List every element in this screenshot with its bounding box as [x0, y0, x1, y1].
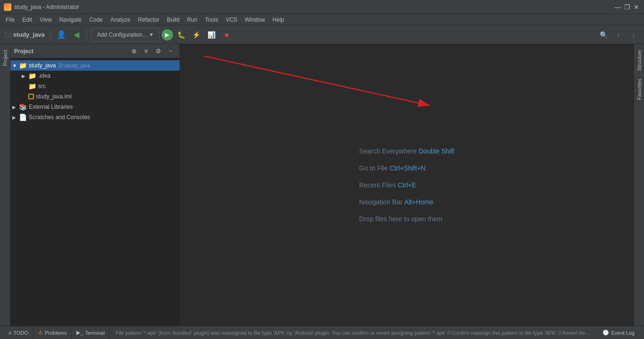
menu-bar: FileEditViewNavigateCodeAnalyzeRefactorB…: [0, 14, 644, 25]
todo-tab[interactable]: ≡ TODO: [4, 326, 33, 339]
app-icon: [4, 3, 11, 11]
collapse-button[interactable]: ≡: [141, 46, 151, 56]
idea-name: .idea: [38, 73, 50, 79]
study-java-name: study_java: [29, 62, 56, 69]
problems-tab[interactable]: ⚠ Problems: [33, 326, 72, 339]
arrow-ext-libs: ▶: [12, 105, 19, 110]
terminal-icon: ▶_: [76, 330, 83, 336]
folder-icon-src: 📁: [28, 82, 36, 90]
panel-hide-button[interactable]: −: [165, 46, 176, 56]
todo-icon: ≡: [8, 330, 11, 336]
locate-button[interactable]: ⊕: [129, 46, 139, 56]
svg-line-1: [204, 56, 430, 105]
window-title: study_java - Administrator: [14, 4, 614, 10]
event-log-label: Event Log: [611, 330, 635, 336]
hint-search-key: Double Shift: [419, 147, 454, 155]
iml-name: study_java.iml: [36, 93, 72, 100]
left-tab-bar: Project: [0, 44, 10, 326]
hint-recent-key: Ctrl+E: [398, 181, 416, 189]
panel-settings-button[interactable]: ⚙: [153, 46, 164, 56]
window-controls: — ❐ ✕: [614, 3, 640, 11]
problems-label: Problems: [45, 330, 66, 336]
hint-goto-key: Ctrl+Shift+N: [389, 164, 425, 172]
toolbar-right-group: 🔍 ↑ ↓: [597, 28, 640, 41]
maximize-button[interactable]: ❐: [623, 3, 631, 11]
toolbar: ⬛ study_java 👤 ◀ Add Configuration... ▼ …: [0, 25, 644, 44]
toolbar-separator-1: [50, 29, 51, 40]
debug-button[interactable]: 🐛: [175, 28, 188, 41]
favorites-tab[interactable]: Favorites: [635, 75, 644, 104]
file-tree: ▼ 📁 study_java D:\study_java ▶ 📁 .idea 📁…: [10, 58, 180, 326]
profile-button[interactable]: 👤: [55, 28, 68, 41]
ext-libs-icon: 📚: [19, 103, 27, 111]
terminal-label: Terminal: [85, 330, 105, 336]
editor-hints-container: Search Everywhere Double Shift Go to Fil…: [359, 147, 454, 223]
close-button[interactable]: ✕: [633, 3, 640, 11]
structure-tab[interactable]: Structure: [635, 46, 644, 75]
tree-item-idea[interactable]: ▶ 📁 .idea: [10, 71, 180, 81]
profile-run-button[interactable]: 📊: [205, 28, 218, 41]
hint-search-text: Search Everywhere: [359, 147, 419, 155]
hint-recent-files: Recent Files Ctrl+E: [359, 181, 416, 189]
right-tab-bar: Structure Favorites: [634, 44, 644, 326]
add-configuration-button[interactable]: Add Configuration... ▼: [91, 28, 160, 41]
hint-nav-bar: Navigation Bar Alt+Home: [359, 198, 434, 206]
folder-icon-study-java: 📁: [19, 62, 27, 69]
tree-item-ext-libs[interactable]: ▶ 📚 External Libraries: [10, 102, 180, 112]
tree-item-scratches[interactable]: ▶ 📄 Scratches and Consoles: [10, 112, 180, 122]
menu-item-tools[interactable]: Tools: [201, 16, 222, 24]
menu-item-build[interactable]: Build: [163, 16, 183, 24]
arrow-study-java: ▼: [12, 63, 19, 68]
tree-item-study-java[interactable]: ▼ 📁 study_java D:\study_java: [10, 60, 180, 71]
project-panel: Project ⊕ ≡ ⚙ − ▼ 📁 study_java D:\study_…: [10, 44, 180, 326]
event-log-button[interactable]: 🕐 Event Log: [597, 330, 640, 336]
hint-search-everywhere: Search Everywhere Double Shift: [359, 147, 454, 155]
status-message: File pattern '*.apk' (from 'bundled' plu…: [110, 330, 597, 336]
status-bar: ≡ TODO ⚠ Problems ▶_ Terminal File patte…: [0, 326, 644, 339]
menu-item-analyze[interactable]: Analyze: [107, 16, 134, 24]
ext-libs-name: External Libraries: [29, 104, 73, 110]
hint-goto-text: Go to File: [359, 164, 390, 172]
project-panel-title: Project: [14, 48, 127, 55]
scratches-name: Scratches and Consoles: [29, 114, 90, 121]
run-button[interactable]: ▶: [162, 29, 173, 40]
project-panel-header: Project ⊕ ≡ ⚙ −: [10, 44, 180, 58]
settings-button[interactable]: ↑: [612, 28, 625, 41]
stop-button[interactable]: ■: [220, 28, 233, 41]
hint-goto-file: Go to File Ctrl+Shift+N: [359, 164, 426, 172]
title-bar: study_java - Administrator — ❐ ✕: [0, 0, 644, 14]
menu-item-run[interactable]: Run: [183, 16, 201, 24]
minimize-button[interactable]: —: [614, 3, 621, 11]
git-button[interactable]: ↓: [627, 28, 640, 41]
project-tab[interactable]: Project: [1, 46, 9, 70]
search-everywhere-button[interactable]: 🔍: [597, 28, 610, 41]
menu-item-view[interactable]: View: [36, 16, 56, 24]
terminal-tab[interactable]: ▶_ Terminal: [72, 326, 110, 339]
menu-item-navigate[interactable]: Navigate: [56, 16, 85, 24]
menu-item-edit[interactable]: Edit: [18, 16, 36, 24]
menu-item-window[interactable]: Window: [241, 16, 269, 24]
menu-item-file[interactable]: File: [2, 16, 18, 24]
hint-drop-text: Drop files here to open them: [359, 215, 443, 223]
study-java-path: D:\study_java: [58, 63, 90, 68]
src-name: src: [38, 83, 46, 89]
menu-item-vcs[interactable]: VCS: [222, 16, 241, 24]
main-area: Project Project ⊕ ≡ ⚙ − ▼ 📁 study_java D…: [0, 44, 644, 326]
back-button[interactable]: ◀: [70, 28, 83, 41]
coverage-button[interactable]: ⚡: [190, 28, 203, 41]
menu-item-help[interactable]: Help: [269, 16, 288, 24]
toolbar-separator-2: [87, 29, 87, 40]
hint-recent-text: Recent Files: [359, 181, 398, 189]
menu-item-refactor[interactable]: Refactor: [134, 16, 163, 24]
project-name-label: ⬛ study_java: [4, 31, 45, 38]
tree-item-iml[interactable]: study_java.iml: [10, 91, 180, 102]
folder-icon-idea: 📁: [28, 72, 36, 80]
todo-label: TODO: [13, 330, 28, 336]
tree-item-src[interactable]: 📁 src: [10, 81, 180, 91]
menu-item-code[interactable]: Code: [85, 16, 107, 24]
hint-nav-key: Alt+Home: [405, 198, 434, 206]
event-log-icon: 🕐: [603, 330, 609, 336]
hint-drop-files: Drop files here to open them: [359, 215, 443, 223]
problems-icon: ⚠: [38, 330, 43, 336]
status-tab-group: ≡ TODO ⚠ Problems ▶_ Terminal: [4, 326, 110, 339]
